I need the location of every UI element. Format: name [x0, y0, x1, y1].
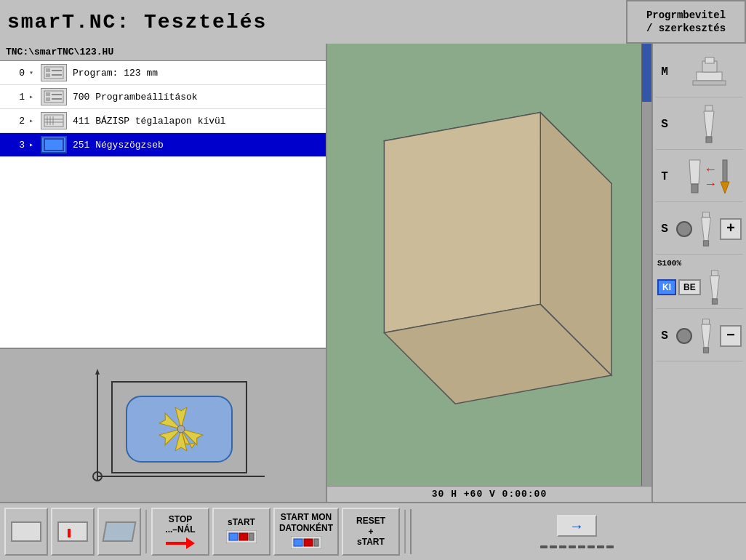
program-item-0[interactable]: 0 ▾ Program: 123 mm: [0, 61, 326, 85]
dot-5: [578, 545, 585, 548]
plus-button[interactable]: +: [720, 218, 742, 240]
start-mon-label: START MONDATONKÉNT: [279, 512, 333, 533]
right-extra-panel: →: [410, 509, 742, 554]
stop-icon: [166, 537, 195, 549]
svg-rect-56: [294, 539, 302, 546]
reset-start-label: RESET+sTART: [356, 516, 385, 547]
dot-4: [569, 545, 576, 548]
stop-label: STOP...–NÁL: [165, 514, 195, 535]
svg-rect-6: [46, 92, 50, 96]
bottom-btn-2[interactable]: [51, 508, 95, 556]
spindle-icon3-svg: [704, 269, 726, 305]
row-num-0: 0: [4, 68, 25, 79]
svg-rect-2: [46, 73, 50, 77]
svg-rect-48: [702, 319, 709, 324]
svg-rect-3: [52, 70, 62, 71]
prog-icon-0: [41, 64, 67, 81]
svg-point-26: [177, 425, 185, 433]
svg-marker-36: [704, 111, 714, 137]
start-mon-icon-svg: [291, 536, 321, 549]
svg-rect-57: [304, 539, 313, 546]
ki-button[interactable]: KI: [657, 279, 676, 295]
t-icon-group: ← →: [686, 159, 732, 195]
start-mon-icon: [291, 536, 321, 551]
spindle-icon-svg: [698, 104, 720, 144]
svg-rect-47: [712, 299, 717, 304]
arrow-1: ▸: [29, 92, 39, 101]
s1-label: S: [657, 118, 672, 131]
btn3-icon: [103, 521, 137, 542]
svg-rect-8: [52, 94, 62, 95]
svg-rect-37: [706, 137, 712, 143]
start-icon-svg: [226, 530, 257, 543]
prog-label-0: Program: 123 mm: [73, 68, 158, 79]
mode-display: Progrmbevitel/ szerkesztés: [626, 0, 746, 44]
speed-dial-1: [676, 221, 692, 237]
svg-rect-33: [693, 81, 726, 85]
main-layout: TNC:\smarTNC\123.HU 0 ▾ Program: 123 mm: [0, 44, 746, 502]
spindle-icon2-svg: [695, 211, 717, 247]
t-arrow-right: →: [707, 177, 715, 191]
minus-button[interactable]: −: [720, 325, 742, 347]
toolbar-row-s2: S +: [656, 204, 743, 255]
arrow-0: ▾: [29, 68, 39, 77]
bottom-btn-3[interactable]: [97, 508, 141, 556]
program-item-3[interactable]: 3 ▸ 251 Négyszögzseb: [0, 133, 326, 157]
s3-icon-group: −: [676, 318, 742, 354]
3d-view: 30 H +60 V 0:00:00: [327, 44, 651, 502]
ki-be-group: KI BE: [657, 269, 726, 305]
svg-rect-4: [52, 74, 62, 76]
svg-rect-58: [314, 539, 318, 546]
reset-start-button[interactable]: RESET+sTART: [342, 508, 400, 556]
row-num-2: 2: [4, 116, 25, 127]
right-arrow-icon: →: [569, 518, 584, 535]
btn2-icon: [57, 521, 88, 542]
bottom-btn-1[interactable]: [4, 508, 48, 556]
svg-marker-41: [721, 182, 729, 193]
prog-label-2: 411 BÁZISP téglalapon kívül: [73, 116, 226, 127]
scroll-bar[interactable]: [641, 44, 651, 486]
prog-icon-1: [41, 88, 67, 105]
row-num-1: 1: [4, 92, 25, 103]
sketch-svg: [61, 360, 265, 491]
svg-marker-38: [689, 160, 700, 184]
dot-2: [550, 545, 557, 548]
program-item-2[interactable]: 2 ▸ 411 BÁZISP téglalapon kívül: [0, 109, 326, 133]
bottom-toolbar: STOP...–NÁL sTART START MONDATONKÉNT: [0, 502, 746, 560]
separator-1: [145, 510, 147, 553]
start-icon: [226, 530, 257, 546]
start-mon-button[interactable]: START MONDATONKÉNT: [273, 508, 339, 556]
start-label: sTART: [228, 517, 255, 527]
t-arrows: ← →: [707, 162, 715, 191]
dot-7: [597, 545, 604, 548]
scroll-handle[interactable]: [642, 44, 651, 102]
app-title: smarT.NC: Tesztelés: [0, 0, 626, 44]
status-text: 30 H +60 V 0:00:00: [432, 489, 547, 500]
mode-text: Progrmbevitel/ szerkesztés: [646, 9, 726, 35]
svg-rect-1: [46, 68, 50, 72]
prog-label-3: 251 Négyszögzseb: [73, 140, 164, 151]
m-label: M: [657, 65, 672, 79]
status-bar: 30 H +60 V 0:00:00: [327, 486, 651, 502]
right-arrow-btn[interactable]: →: [557, 515, 597, 537]
svg-rect-45: [711, 271, 718, 276]
start-button[interactable]: sTART: [212, 508, 270, 556]
be-button[interactable]: BE: [678, 279, 701, 295]
dot-1: [540, 545, 548, 548]
preview-area: [0, 349, 326, 502]
file-path: TNC:\smarTNC\123.HU: [0, 44, 326, 61]
ki-be-row: KI BE: [657, 279, 701, 295]
tool-right-svg: [718, 159, 732, 195]
svg-rect-16: [44, 139, 63, 151]
separator-2: [404, 510, 406, 553]
arrow-3: ▸: [29, 140, 39, 149]
svg-rect-39: [691, 184, 698, 193]
stop-button[interactable]: STOP...–NÁL: [151, 508, 209, 556]
prog-label-1: 700 Programbeállítások: [73, 92, 198, 103]
s1-icon: [676, 104, 742, 144]
program-item-1[interactable]: 1 ▸ 700 Programbeállítások: [0, 85, 326, 109]
toolbar-row-s100: S100% KI BE: [656, 256, 743, 309]
svg-rect-52: [229, 533, 238, 540]
svg-rect-53: [239, 533, 248, 540]
svg-marker-46: [710, 276, 719, 299]
